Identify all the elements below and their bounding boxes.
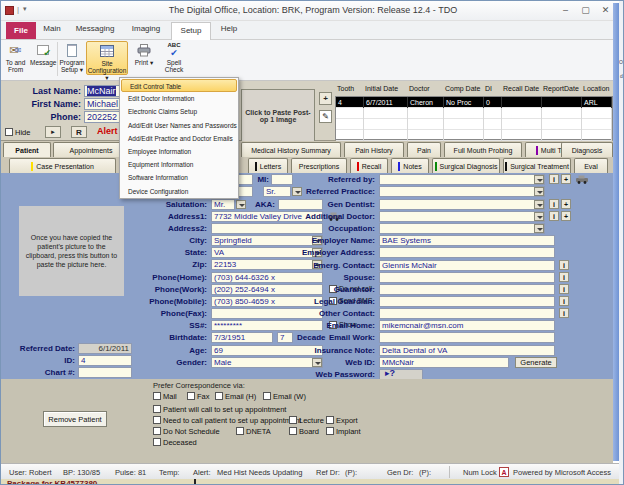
table-row[interactable] <box>336 119 612 130</box>
tab-recall[interactable]: Recall <box>350 158 388 173</box>
additional-doctor-add-button[interactable]: + <box>561 211 571 221</box>
mail-checkbox[interactable] <box>153 392 161 400</box>
menu-item-equipment-information[interactable]: Equipment Information <box>120 158 238 171</box>
id-field[interactable]: 4 <box>78 355 132 366</box>
deceased-checkbox[interactable] <box>153 438 161 446</box>
table-row[interactable] <box>336 108 612 119</box>
fax-checkbox[interactable] <box>187 392 195 400</box>
dneta-checkbox[interactable] <box>236 427 244 435</box>
menu-item-add-edit-user-names[interactable]: Add/Edit User Names and Passwords <box>120 119 238 132</box>
emergency-contact-info-button[interactable]: i <box>559 260 569 270</box>
implant-checkbox[interactable] <box>326 427 334 435</box>
tab-setup[interactable]: Setup <box>171 22 211 40</box>
tab-case-presentation[interactable]: Case Presentation <box>9 158 116 173</box>
need-to-call-checkbox[interactable] <box>153 416 161 424</box>
additional-doctor-select[interactable] <box>379 211 545 222</box>
maximize-button[interactable]: ▢ <box>577 3 594 17</box>
paste-postop-image-button[interactable]: Click to Paste Post-op 1 Image <box>241 89 315 143</box>
table-row[interactable] <box>336 130 612 141</box>
insurance-note-field[interactable]: Delta Dental of VA <box>379 345 555 356</box>
email-h-checkbox[interactable] <box>215 392 223 400</box>
referred-practice-dropdown-icon[interactable] <box>534 187 544 196</box>
tab-pain[interactable]: Pain <box>407 142 441 157</box>
tab-surgical-treatment[interactable]: Surgical Treatment <box>503 158 571 173</box>
menu-item-electronic-claims-setup[interactable]: Electronic Claims Setup <box>120 105 238 118</box>
referred-by-add-button[interactable]: + <box>561 174 571 184</box>
tab-letters[interactable]: Letters <box>248 158 288 173</box>
salutation-select[interactable]: Mr. <box>211 199 235 210</box>
salutation-dropdown-icon[interactable] <box>236 200 246 209</box>
tab-help[interactable]: Help <box>213 24 245 33</box>
legal-guardian-info-button[interactable]: i <box>559 296 569 306</box>
close-button[interactable]: ✕ <box>597 3 614 17</box>
r-button[interactable]: R <box>71 126 87 138</box>
referred-by-select[interactable] <box>379 174 545 185</box>
additional-doctor-info-button[interactable]: i <box>549 211 559 221</box>
employer-name-field[interactable]: BAE Systems <box>379 235 555 246</box>
menu-item-software-information[interactable]: Software Information <box>120 171 238 184</box>
tab-diagnosis[interactable]: Diagnosis <box>561 142 613 157</box>
menu-item-add-edit-practice-emails[interactable]: Add/Edit Practice and Doctor Emails <box>120 132 238 145</box>
menu-item-edit-control-table[interactable]: Edit Control Table <box>121 79 237 92</box>
email-w-checkbox[interactable] <box>263 392 271 400</box>
referred-practice-select[interactable] <box>379 186 545 197</box>
other-contact-info-button[interactable]: i <box>559 308 569 318</box>
lecture-checkbox[interactable] <box>289 416 297 424</box>
additional-doctor-dropdown-icon[interactable] <box>534 212 544 221</box>
tab-medical-history-summary[interactable]: Medical History Summary <box>241 142 341 157</box>
referred-by-info-button[interactable]: i <box>549 174 559 184</box>
message-button[interactable]: ✔ Message <box>30 41 56 75</box>
add-tooth-button[interactable]: + <box>319 92 332 105</box>
remove-patient-button[interactable]: Remove Patient <box>43 411 107 427</box>
referred-by-dropdown-icon[interactable] <box>534 175 544 184</box>
menu-item-edit-doctor-information[interactable]: Edit Doctor Information <box>120 92 238 105</box>
table-row-selected[interactable]: 4 6/7/2011 Cheron No Proc 0 ARL <box>336 97 612 108</box>
tab-file[interactable]: File <box>6 22 36 39</box>
program-setup-button[interactable]: Program Setup ▾ <box>59 41 85 75</box>
tab-main[interactable]: Main <box>37 24 67 33</box>
expand-button[interactable]: ► <box>45 126 61 138</box>
occupation-dropdown-icon[interactable] <box>534 224 544 233</box>
email-work-field[interactable] <box>379 332 555 343</box>
employer-address-field[interactable] <box>379 247 555 258</box>
menu-item-employee-information[interactable]: Employee Information <box>120 145 238 158</box>
generate-button[interactable]: Generate <box>515 357 557 368</box>
tab-patient[interactable]: Patient <box>3 142 51 157</box>
web-id-field[interactable]: MMcNair <box>379 357 509 368</box>
tab-eval[interactable]: Eval <box>574 158 608 173</box>
email-home-field[interactable]: mikemcnair@msn.com <box>379 320 555 331</box>
tab-surgical-diagnosis[interactable]: Surgical Diagnosis <box>432 158 500 173</box>
gen-dentist-dropdown-icon[interactable] <box>534 200 544 209</box>
legal-guardian-field[interactable] <box>379 296 555 307</box>
spouse-field[interactable] <box>379 272 555 283</box>
tab-notes[interactable]: Notes <box>391 158 429 173</box>
tab-appointments[interactable]: Appointments <box>53 142 129 157</box>
edit-record-icon[interactable]: ✎ <box>319 110 332 123</box>
minimize-button[interactable]: – <box>557 3 574 17</box>
do-not-schedule-checkbox[interactable] <box>153 427 161 435</box>
chart-number-field[interactable] <box>78 367 132 378</box>
hide-checkbox[interactable] <box>5 128 13 136</box>
patient-will-call-checkbox[interactable] <box>153 405 161 413</box>
site-configuration-button[interactable]: Site Configuration ▾ <box>86 41 128 75</box>
gen-dentist-select[interactable] <box>379 199 545 210</box>
other-contact-field[interactable] <box>379 308 555 319</box>
emergency-contact-field[interactable]: Glennis McNair <box>379 260 555 271</box>
car-directions-icon[interactable] <box>575 174 589 184</box>
print-button[interactable]: Print ▾ <box>131 41 157 75</box>
to-and-from-button[interactable]: ✉✉ To and From <box>2 41 29 75</box>
tab-messaging[interactable]: Messaging <box>67 24 123 33</box>
tab-pain-history[interactable]: Pain History <box>344 142 404 157</box>
gen-dentist-add-button[interactable]: + <box>561 199 571 209</box>
export-checkbox[interactable] <box>326 416 334 424</box>
guarantor-info-button[interactable]: i <box>559 284 569 294</box>
tab-prescriptions[interactable]: Prescriptions <box>291 158 347 173</box>
board-checkbox[interactable] <box>289 427 297 435</box>
occupation-select[interactable] <box>379 223 545 234</box>
gen-dentist-info-button[interactable]: i <box>549 199 559 209</box>
spouse-info-button[interactable]: i <box>559 272 569 282</box>
guarantor-field[interactable] <box>379 284 555 295</box>
menu-item-device-configuration[interactable]: Device Configuration <box>120 185 238 198</box>
spell-check-button[interactable]: ABC✔ Spell Check <box>159 41 189 75</box>
tab-full-mouth-probing[interactable]: Full Mouth Probing <box>444 142 522 157</box>
